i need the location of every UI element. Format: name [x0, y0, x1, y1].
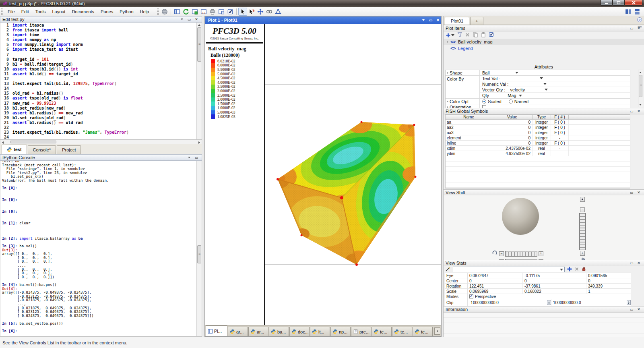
panel-left-tool[interactable]	[173, 8, 182, 16]
editor-hscrollbar[interactable]	[0, 140, 202, 144]
refresh-tool[interactable]	[182, 8, 190, 16]
ipython-console[interactable]: test1 OKTraceback (most recent call last…	[0, 161, 202, 337]
rotate-minus-button[interactable]: −	[499, 251, 504, 256]
menu-file[interactable]: File	[4, 8, 18, 15]
console-vscroll-thumb[interactable]	[197, 245, 201, 263]
menu-help[interactable]: Help	[137, 8, 153, 15]
cursor-q-tool[interactable]	[247, 8, 256, 16]
doc-tab-ba[interactable]: ba...	[269, 327, 289, 336]
list-menu-icon[interactable]: ≡≡	[638, 25, 642, 29]
panel-new-tool[interactable]	[217, 8, 226, 16]
add-view-icon[interactable]	[567, 266, 572, 273]
doc-tab-te[interactable]: te...	[413, 327, 433, 336]
plot-item-ball-velocity-mag[interactable]: Ball velocity_mag	[444, 39, 644, 45]
view-shift-close-icon[interactable]: ✕	[636, 190, 642, 195]
ball-assembly-3d-view[interactable]	[265, 24, 441, 325]
view-preset-combobox[interactable]	[453, 267, 565, 272]
perspective-checkbox[interactable]	[469, 294, 473, 298]
close-button[interactable]	[625, 0, 642, 6]
toolbar-grip-2[interactable]	[157, 8, 159, 15]
view-stats-minimize-icon[interactable]: ▭	[628, 261, 635, 265]
fish-row-xdim[interactable]: xdim2.437500e-02real-	[446, 146, 630, 151]
filter-items-button[interactable]	[457, 32, 462, 38]
textval-dropdown[interactable]: Text Val :	[480, 76, 630, 81]
delete-item-button[interactable]	[465, 32, 470, 38]
tab-project[interactable]: Project	[57, 145, 81, 154]
editor-vscrollbar[interactable]	[196, 23, 202, 139]
reset-view-button[interactable]	[580, 197, 585, 202]
split-rows-tool[interactable]	[633, 8, 642, 16]
clip-max-spinner[interactable]	[627, 300, 631, 305]
doc-tab-np[interactable]: np...	[330, 327, 351, 336]
vertical-slider-plus[interactable]: +	[580, 251, 585, 256]
vertical-zoom-slider[interactable]	[579, 213, 586, 250]
vectorqty-dropdown[interactable]: Vector Qty :velocity	[480, 87, 630, 93]
fish-close-icon[interactable]: ✕	[636, 109, 642, 114]
editor-close-icon[interactable]: ✕	[193, 17, 200, 22]
add-plot-tab-button[interactable]: +	[470, 17, 483, 25]
doc-tab-pre[interactable]: pre...	[351, 327, 371, 336]
save-panel-tool[interactable]	[190, 8, 199, 16]
plot-items-minimize-icon[interactable]: ▭	[628, 26, 635, 31]
doc-tab-ar[interactable]: ar...	[248, 327, 268, 336]
plot-item-legend[interactable]: Legend	[444, 45, 644, 52]
cursor-tool[interactable]	[238, 8, 247, 16]
plot-restore-icon[interactable]: ▭	[427, 18, 434, 23]
panel-markers-tool[interactable]	[199, 8, 208, 16]
clip-max-field[interactable]: 10000000000.0	[551, 299, 631, 306]
fish-column-headers[interactable]: NameValueTypeF ( # )	[445, 114, 630, 120]
print-tool[interactable]	[208, 8, 217, 16]
rotate-slider[interactable]	[505, 251, 537, 257]
vertical-slider-minus[interactable]: −	[580, 207, 585, 212]
console-minimize-icon[interactable]: ▭	[193, 155, 200, 160]
fish-column-type[interactable]: Type	[533, 115, 551, 119]
console-menu-icon[interactable]	[186, 155, 192, 160]
fish-row-inline[interactable]: inline0integerF ( 0 )	[446, 141, 630, 146]
clip-min-spinner[interactable]	[547, 300, 551, 305]
tab-test[interactable]: test	[2, 145, 27, 154]
lock-icon[interactable]	[581, 266, 586, 272]
named-radio[interactable]	[509, 99, 513, 104]
tab-console[interactable]: Console*	[28, 145, 56, 154]
eye-icon[interactable]	[450, 40, 456, 44]
translate-tool[interactable]	[256, 8, 265, 16]
fish-row-aa[interactable]: aa0integerF ( 0 )	[446, 120, 630, 125]
scroll-up-icon[interactable]	[197, 23, 202, 27]
scroll-down-icon[interactable]	[638, 102, 643, 107]
clip-min-field[interactable]: -10000000000.0	[468, 299, 551, 306]
qty-dropdown[interactable]: QtyMag	[480, 93, 630, 98]
plot-menu-icon[interactable]	[420, 18, 427, 23]
console-vscrollbar[interactable]	[196, 161, 202, 336]
doc-tab-te[interactable]: te...	[392, 327, 412, 336]
doc-tab-ar[interactable]: ar...	[228, 327, 248, 336]
editor-minimize-icon[interactable]: ▭	[186, 17, 192, 22]
expand-icon[interactable]	[447, 72, 448, 74]
doc-tab-it[interactable]: it...	[310, 327, 330, 336]
paste-item-button[interactable]	[481, 32, 486, 38]
menu-layout[interactable]: Layout	[49, 8, 68, 15]
code-editor[interactable]: 1import itasca2from itasca import ball3i…	[0, 23, 202, 140]
numericval-dropdown[interactable]: Numeric Val :	[480, 81, 630, 87]
plot-header[interactable]: Plot 1 - Plot01 ▭ ✕	[205, 17, 441, 24]
fish-column-name[interactable]: Name	[446, 115, 492, 119]
expand-icon[interactable]	[447, 100, 448, 103]
tab-scroll-right-icon[interactable]	[434, 327, 440, 335]
doc-tab-Pl[interactable]: Pl...	[206, 325, 227, 336]
tab-plot01[interactable]: Plot01	[445, 17, 469, 25]
fish-column-value[interactable]: Value	[492, 115, 533, 119]
shape-dropdown[interactable]: Ball	[480, 70, 630, 75]
split-cols-tool[interactable]	[624, 8, 633, 16]
information-close-icon[interactable]: ✕	[636, 307, 642, 312]
expand-icon[interactable]	[447, 41, 448, 43]
doc-tab-doc[interactable]: doc...	[289, 327, 310, 336]
scaled-radio[interactable]	[482, 99, 486, 104]
menu-python[interactable]: Python	[116, 8, 136, 15]
view-stats-close-icon[interactable]: ✕	[636, 261, 642, 265]
copy-item-button[interactable]	[473, 32, 478, 38]
fish-row-element[interactable]: element0integer-	[446, 135, 630, 141]
delete-view-icon[interactable]	[574, 267, 579, 272]
scroll-up-icon[interactable]	[638, 70, 643, 75]
menu-panes[interactable]: Panes	[97, 8, 116, 15]
globe-tool[interactable]	[160, 8, 169, 16]
link-tool[interactable]	[265, 8, 274, 16]
